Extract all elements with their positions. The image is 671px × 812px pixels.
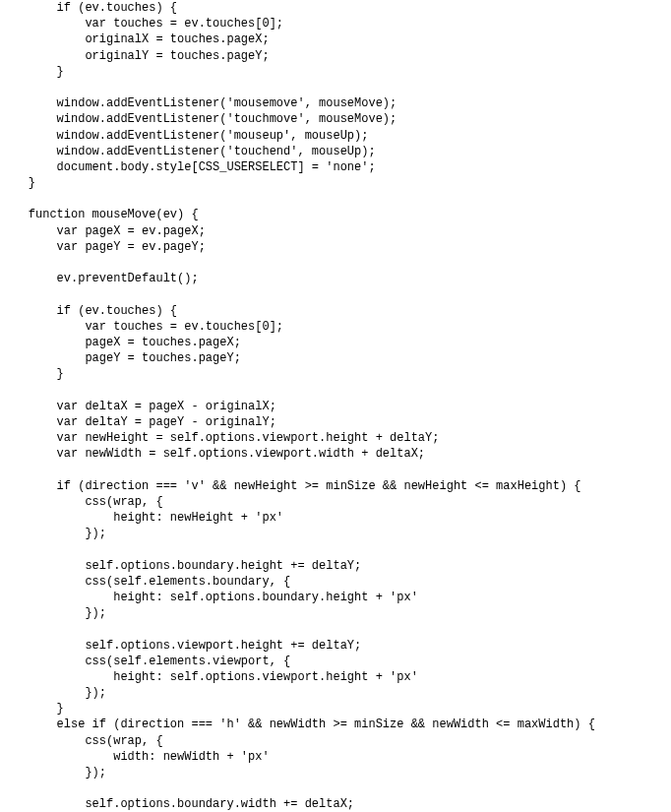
code-block: if (ev.touches) { var touches = ev.touch… (0, 0, 671, 812)
code-content: if (ev.touches) { var touches = ev.touch… (0, 0, 671, 812)
